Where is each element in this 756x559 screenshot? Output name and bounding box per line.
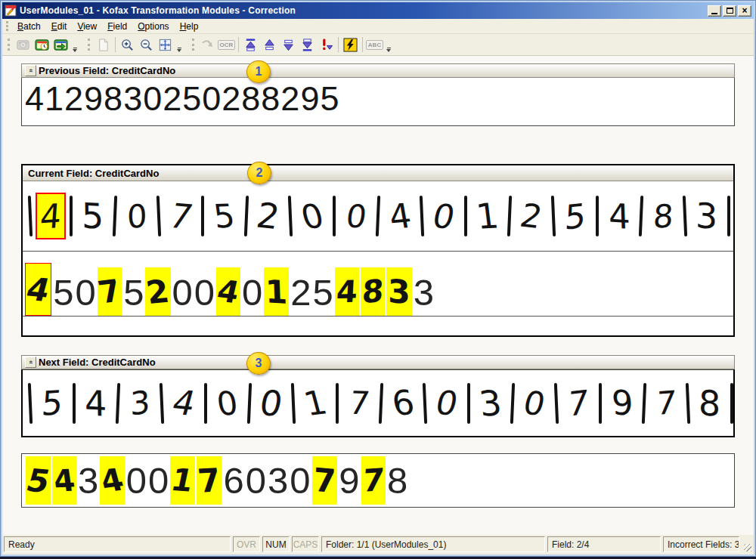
recognized-char[interactable]: 0	[74, 269, 96, 316]
recognized-char[interactable]: 0	[125, 457, 147, 504]
toolbar-separator	[115, 37, 116, 52]
callout-badge-1: 1	[246, 60, 271, 83]
uncertain-char[interactable]: 4	[216, 267, 240, 316]
highlighted-digit-cell: 4	[36, 193, 66, 239]
last-field-icon[interactable]	[298, 36, 317, 54]
collapse-previous-button[interactable]: «	[25, 65, 36, 76]
recognized-char[interactable]: 0	[289, 457, 311, 504]
toolbar-grip[interactable]	[192, 39, 196, 51]
recognized-char[interactable]: 0	[245, 457, 267, 504]
menu-edit[interactable]: Edit	[46, 20, 73, 33]
current-field-header: Current Field: CreditCardNo 2	[23, 165, 733, 181]
menu-options[interactable]: Options	[132, 20, 174, 33]
uncertain-char[interactable]: 7	[361, 456, 386, 505]
current-field-edit[interactable]: 45075200401254833	[23, 251, 733, 317]
recognized-char[interactable]: 0	[194, 269, 215, 316]
uncertain-char[interactable]: 7	[312, 456, 338, 505]
toolbar-grip[interactable]	[8, 39, 11, 51]
separator-bar	[160, 382, 164, 423]
uncertain-char[interactable]: 2	[145, 267, 170, 316]
toolbar-overflow-button[interactable]	[177, 48, 181, 52]
separator-bar	[291, 382, 296, 423]
minimize-button[interactable]	[708, 5, 721, 17]
recognized-char[interactable]: 3	[267, 457, 289, 504]
menu-help[interactable]: Help	[175, 20, 204, 33]
goto-field-icon	[198, 36, 217, 54]
previous-field-panel: « Previous Field: CreditCardNo 1 4129830…	[21, 63, 735, 126]
current-field-panel: Current Field: CreditCardNo 2 4507520040…	[21, 164, 735, 337]
collapse-next-button[interactable]: «	[25, 357, 36, 368]
caps-indicator: CAPS	[292, 536, 319, 552]
status-message: Ready	[4, 536, 231, 552]
uncertain-char[interactable]: 1	[170, 456, 194, 505]
menu-grip[interactable]	[6, 21, 10, 31]
uncertain-char[interactable]: 5	[26, 456, 51, 505]
menu-field[interactable]: Field	[102, 20, 132, 33]
digit-cell: 7	[164, 196, 197, 236]
status-field-counter: Field: 2/4	[547, 536, 661, 552]
recognized-char[interactable]: 6	[222, 457, 244, 504]
recognized-char[interactable]: 0	[241, 269, 263, 316]
previous-field-value: 4129830250288295	[25, 79, 734, 119]
next-invalid-field-icon[interactable]	[317, 36, 336, 54]
prev-field-icon[interactable]	[260, 36, 279, 54]
ovr-indicator: OVR	[233, 536, 260, 552]
uncertain-char[interactable]: 8	[361, 267, 385, 316]
separator-bar	[683, 196, 687, 236]
close-button[interactable]: ×	[738, 5, 751, 17]
next-field-edit[interactable]: 5434001760307978	[21, 453, 735, 508]
toolbar-separator	[238, 37, 239, 52]
recognized-char[interactable]: 8	[386, 457, 408, 504]
callout-badge-2: 2	[247, 162, 271, 184]
previous-field-title: Previous Field: CreditCardNo	[39, 65, 175, 76]
next-field-icon[interactable]	[279, 36, 298, 54]
recognized-char[interactable]: 3	[413, 269, 435, 316]
batch-arrow-icon[interactable]	[51, 36, 70, 54]
digit-cell: 8	[693, 383, 727, 424]
batch-clock-icon[interactable]	[33, 36, 51, 54]
handwritten-digit: 4	[336, 273, 358, 309]
toolbar-overflow-button[interactable]	[73, 48, 77, 52]
uncertain-char[interactable]: 4	[100, 456, 124, 505]
uncertain-char[interactable]: 7	[197, 456, 222, 505]
recognized-char[interactable]: 0	[147, 457, 169, 504]
recognized-char[interactable]: 5	[122, 269, 144, 316]
digit-cell: 5	[76, 196, 110, 236]
digit-cell: 8	[646, 198, 680, 235]
recognized-char[interactable]: 0	[172, 269, 194, 316]
menu-batch[interactable]: Batch	[12, 20, 46, 33]
first-field-icon[interactable]	[241, 36, 260, 54]
recognized-char[interactable]: 5	[312, 269, 334, 316]
digit-cell: 4	[167, 383, 200, 423]
uncertain-char[interactable]: 4	[52, 456, 76, 505]
fit-page-icon[interactable]	[156, 36, 175, 54]
resize-grip[interactable]	[742, 536, 752, 552]
uncertain-char[interactable]: 4	[335, 267, 359, 316]
recognized-char[interactable]: 2	[290, 269, 311, 316]
zoom-out-icon[interactable]	[137, 36, 156, 54]
handwritten-digit: 7	[196, 461, 223, 499]
app-icon	[5, 5, 17, 17]
maximize-button[interactable]	[723, 5, 736, 17]
menu-view[interactable]: View	[72, 20, 102, 33]
uncertain-char-cursor[interactable]: 4	[25, 263, 51, 316]
status-incorrect-fields: Incorrect Fields: 3	[663, 536, 739, 552]
separator-bar	[204, 383, 207, 424]
app-window: UserModules_01 - Kofax Transformation Mo…	[0, 0, 756, 557]
title-bar[interactable]: UserModules_01 - Kofax Transformation Mo…	[2, 2, 754, 19]
toolbar-overflow-button[interactable]	[386, 48, 391, 52]
handwritten-digit: 8	[361, 273, 385, 310]
current-field-empty	[23, 317, 733, 335]
recognized-char[interactable]: 5	[52, 269, 74, 316]
uncertain-char[interactable]: 3	[386, 267, 412, 316]
toolbar-grip[interactable]	[88, 39, 91, 51]
zoom-in-icon[interactable]	[118, 36, 137, 54]
force-validation-icon[interactable]	[341, 36, 360, 54]
separator-bar	[510, 382, 515, 423]
uncertain-char[interactable]: 7	[98, 267, 122, 316]
recognized-char[interactable]: 9	[338, 457, 360, 504]
handwritten-digit: 0	[432, 383, 462, 422]
handwritten-digit: 7	[567, 382, 590, 423]
handwritten-digit: 0	[296, 196, 327, 236]
uncertain-char[interactable]: 1	[264, 267, 289, 316]
